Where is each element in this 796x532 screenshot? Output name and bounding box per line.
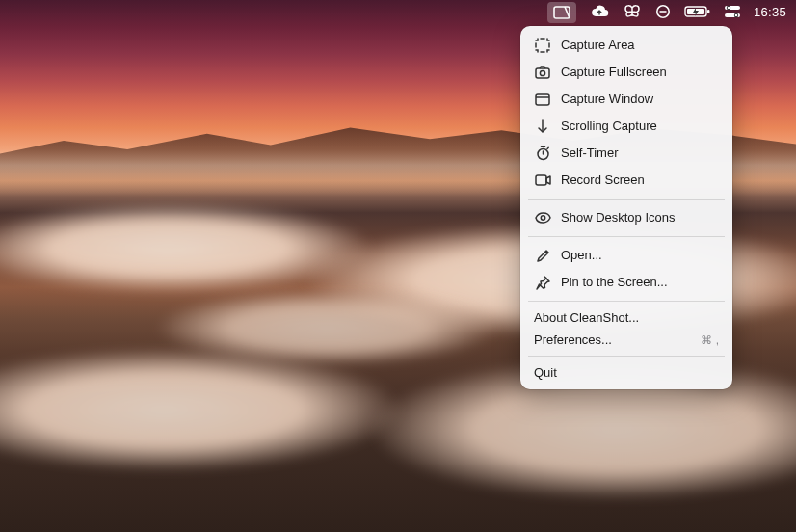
do-not-disturb-icon[interactable] xyxy=(655,0,671,23)
menu-open[interactable]: Open... xyxy=(520,242,732,269)
svg-rect-21 xyxy=(536,175,546,185)
pencil-icon xyxy=(534,249,551,263)
svg-point-13 xyxy=(540,70,544,75)
menu-item-label: Show Desktop Icons xyxy=(561,209,676,226)
menu-item-label: Scrolling Capture xyxy=(561,118,657,135)
menu-item-label: Open... xyxy=(561,247,602,264)
svg-point-11 xyxy=(735,14,738,17)
menu-item-label: Pin to the Screen... xyxy=(561,274,668,291)
menu-item-label: Capture Window xyxy=(561,91,653,108)
menu-about-cleanshot[interactable]: About CleanShot... xyxy=(520,306,732,329)
cloud-layer xyxy=(0,347,405,472)
window-icon xyxy=(534,93,551,106)
menu-separator xyxy=(528,236,725,237)
menu-capture-fullscreen[interactable]: Capture Fullscreen xyxy=(520,59,732,86)
menubar: 16:35 xyxy=(0,0,796,23)
menu-self-timer[interactable]: Self-Timer xyxy=(520,140,732,167)
menu-scrolling-capture[interactable]: Scrolling Capture xyxy=(520,113,732,140)
control-center-icon[interactable] xyxy=(725,0,740,23)
cleanshot-dropdown-menu: Capture Area Capture Fullscreen Capture … xyxy=(520,26,732,389)
menu-separator xyxy=(528,199,725,200)
menu-preferences[interactable]: Preferences... ⌘ , xyxy=(520,329,732,351)
camera-icon xyxy=(534,66,551,79)
butterfly-icon[interactable] xyxy=(623,0,642,23)
menu-item-label: Self-Timer xyxy=(561,145,618,162)
menu-item-label: Capture Fullscreen xyxy=(561,64,667,81)
eye-icon xyxy=(534,212,551,224)
keyboard-shortcut: ⌘ , xyxy=(701,333,719,347)
menu-item-label: About CleanShot... xyxy=(534,310,639,325)
svg-rect-12 xyxy=(536,68,549,78)
svg-point-9 xyxy=(728,7,730,10)
menu-capture-area[interactable]: Capture Area xyxy=(520,32,732,59)
menu-show-desktop-icons[interactable]: Show Desktop Icons xyxy=(520,204,732,231)
pin-icon xyxy=(534,276,551,290)
menu-capture-window[interactable]: Capture Window xyxy=(520,86,732,113)
menu-item-label: Quit xyxy=(534,365,557,380)
svg-rect-4 xyxy=(707,10,709,13)
menu-separator xyxy=(528,301,725,302)
timer-icon xyxy=(534,146,551,161)
menu-pin-to-screen[interactable]: Pin to the Screen... xyxy=(520,269,732,296)
menu-record-screen[interactable]: Record Screen xyxy=(520,167,732,194)
cloud-upload-icon[interactable] xyxy=(590,0,609,23)
menubar-clock[interactable]: 16:35 xyxy=(754,0,786,23)
menu-item-label: Record Screen xyxy=(561,172,645,189)
crop-icon xyxy=(534,38,551,53)
menu-item-label: Capture Area xyxy=(561,37,635,54)
menu-item-label: Preferences... xyxy=(534,332,612,347)
menu-quit[interactable]: Quit xyxy=(520,361,732,384)
menu-separator xyxy=(528,356,725,357)
battery-charging-icon[interactable] xyxy=(684,0,711,23)
video-icon xyxy=(534,174,551,186)
svg-line-20 xyxy=(547,147,548,148)
desktop-wallpaper: 16:35 Capture Area Capture Fullscreen Ca… xyxy=(0,0,796,532)
scroll-down-icon xyxy=(534,119,551,134)
svg-rect-14 xyxy=(536,94,549,105)
menubar-cleanshot-icon[interactable] xyxy=(547,2,576,23)
svg-point-22 xyxy=(541,216,544,220)
